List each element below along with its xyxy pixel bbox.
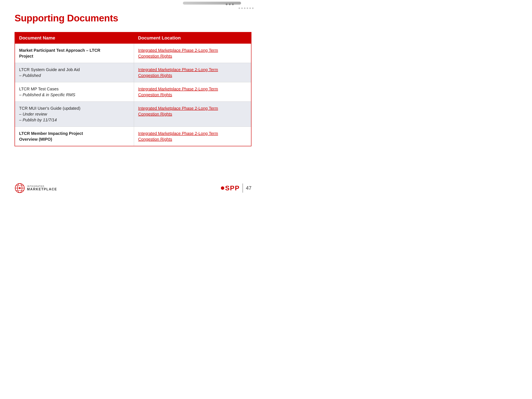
table-header: Document Name Document Location [15,32,251,44]
table-row: TCR MUI User's Guide (updated)– Under re… [15,102,251,127]
page-divider [242,184,243,193]
top-decoration [179,0,266,13]
doc-link[interactable]: Integrated Marketplace Phase 2-Long Term… [138,87,218,97]
doc-location-cell: Integrated Marketplace Phase 2-Long Term… [134,127,251,146]
dot-1 [226,3,228,5]
table-row: LTCR MP Test Cases– Published & in Speci… [15,82,251,102]
doc-location-cell: Integrated Marketplace Phase 2-Long Term… [134,63,251,82]
svg-point-5 [19,187,21,189]
dot-s-2 [241,7,243,9]
documents-table: Document Name Document Location Market P… [14,32,252,146]
logo-text: INTEGRATED MARKETPLACE [27,185,57,191]
table-row: Market Participant Test Approach – LTCRP… [15,44,251,63]
logo-text-top: INTEGRATED [27,185,57,187]
spp-dot-icon [221,186,224,190]
doc-location-cell: Integrated Marketplace Phase 2-Long Term… [134,102,251,127]
dots-top [226,3,234,5]
dot-3 [232,3,234,5]
col-header-location: Document Location [134,32,251,44]
doc-name-text: TCR MUI User's Guide (updated)– Under re… [19,106,80,122]
dot-s-3 [244,7,245,9]
dot-s-4 [247,7,248,9]
logo-text-bottom: MARKETPLACE [27,187,57,191]
page-title: Supporting Documents [14,13,252,24]
doc-name-cell: TCR MUI User's Guide (updated)– Under re… [15,102,134,127]
page-number: 47 [246,185,252,191]
doc-name-text: LTCR System Guide and Job Aid– Published [19,67,80,78]
main-content: Supporting Documents Document Name Docum… [0,0,266,155]
table-body: Market Participant Test Approach – LTCRP… [15,44,251,146]
doc-link[interactable]: Integrated Marketplace Phase 2-Long Term… [138,131,218,141]
doc-name-cell: LTCR MP Test Cases– Published & in Speci… [15,82,134,102]
dot-s-5 [249,7,251,9]
doc-name-text: LTCR MP Test Cases– Published & in Speci… [19,87,75,97]
dot-2 [229,3,231,5]
table-row: LTCR System Guide and Job Aid– Published… [15,63,251,82]
table-row: LTCR Member Impacting ProjectOverview (M… [15,127,251,146]
spp-logo: SPP [221,184,240,192]
dots-bottom [239,7,253,9]
dot-s-1 [239,7,240,9]
doc-link[interactable]: Integrated Marketplace Phase 2-Long Term… [138,67,218,78]
doc-name-cell: LTCR Member Impacting ProjectOverview (M… [15,127,134,146]
doc-name-cell: Market Participant Test Approach – LTCRP… [15,44,134,63]
marketplace-logo-icon [14,183,25,193]
doc-location-cell: Integrated Marketplace Phase 2-Long Term… [134,44,251,63]
footer-logo: INTEGRATED MARKETPLACE [14,183,57,193]
footer: INTEGRATED MARKETPLACE SPP 47 [0,183,266,193]
doc-name-cell: LTCR System Guide and Job Aid– Published [15,63,134,82]
doc-location-cell: Integrated Marketplace Phase 2-Long Term… [134,82,251,102]
doc-name-text: LTCR Member Impacting ProjectOverview (M… [19,131,83,141]
doc-link[interactable]: Integrated Marketplace Phase 2-Long Term… [138,106,218,116]
dot-s-6 [252,7,253,9]
footer-right: SPP 47 [221,184,252,193]
doc-link[interactable]: Integrated Marketplace Phase 2-Long Term… [138,48,218,58]
col-header-name: Document Name [15,32,134,44]
spp-label: SPP [225,184,240,192]
doc-name-text: Market Participant Test Approach – LTCRP… [19,48,100,58]
